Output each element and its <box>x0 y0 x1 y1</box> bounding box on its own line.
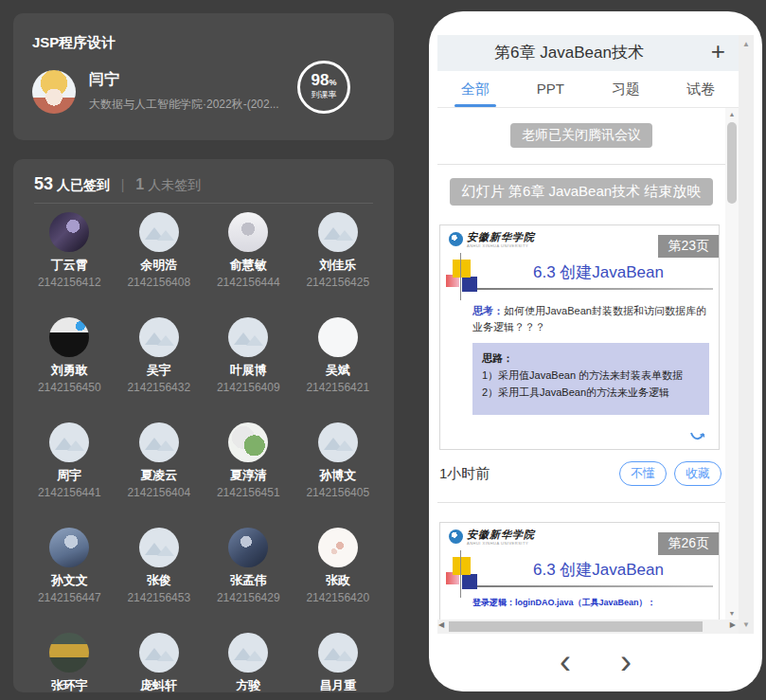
confused-button[interactable]: 不懂 <box>619 461 667 486</box>
student-id: 2142156421 <box>306 381 369 394</box>
slide-ornament <box>453 557 471 575</box>
idea-line: 1）采用值JavaBean 的方法来封装表单数据 <box>482 367 700 384</box>
student-name: 刘佳乐 <box>319 257 356 274</box>
student-id: 2142156451 <box>217 486 280 499</box>
plus-icon[interactable]: + <box>711 37 725 66</box>
class-info-card: JSP程序设计 闫宁 大数据与人工智能学院·2022秋-(202... 98% … <box>13 13 394 140</box>
university-name-en: ANHUI XINHUA UNIVERSITY <box>467 243 535 248</box>
student-id: 2142156447 <box>38 591 101 604</box>
divider <box>437 164 725 165</box>
university-name: 安徽新华学院 <box>467 232 535 243</box>
student-cell: 吴斌2142156421 <box>294 317 383 396</box>
divider <box>437 502 725 503</box>
student-avatar <box>49 212 89 252</box>
student-avatar <box>228 633 268 673</box>
tab-ppt[interactable]: PPT <box>513 71 589 107</box>
swoosh-icon <box>690 431 705 441</box>
student-grid: 丁云霄2142156412 余明浩2142156408 俞慧敏214215644… <box>25 212 383 692</box>
signed-count: 53 <box>34 174 53 193</box>
tab-all[interactable]: 全部 <box>437 71 513 107</box>
phone-frame: 第6章 JavaBean技术 + 全部 PPT 习题 试卷 老师已关闭腾讯会议 … <box>429 11 762 691</box>
slide-title: 6.3 创建JavaBean <box>488 261 709 283</box>
student-avatar <box>49 528 89 567</box>
student-avatar <box>228 212 268 252</box>
phone-nav-footer: ‹ › <box>429 640 762 684</box>
tab-exams[interactable]: 试卷 <box>664 71 739 107</box>
student-avatar <box>228 528 268 567</box>
horizontal-scrollbar[interactable]: ◀ ▶ <box>437 619 739 634</box>
student-cell: 余明浩2142156408 <box>115 212 205 291</box>
student-avatar <box>228 422 268 462</box>
student-cell: 刘佳乐2142156425 <box>294 212 383 291</box>
student-cell: 叶展博2142156409 <box>204 317 294 396</box>
student-id: 2142156408 <box>127 276 190 289</box>
scroll-left-icon[interactable]: ◀ <box>438 620 444 629</box>
student-name: 昌月重 <box>319 677 356 692</box>
roster-card: 53 人已签到 | 1 人未签到 丁云霄2142156412 余明浩214215… <box>13 159 394 692</box>
next-page-button[interactable]: › <box>620 645 632 679</box>
feed-item-meta: 1小时前 不懂 收藏 <box>439 461 721 486</box>
scroll-up-icon[interactable]: ▲ <box>739 40 754 48</box>
student-id: 2142156441 <box>38 486 101 499</box>
page-scrollbar[interactable]: ▲ ▼ <box>739 35 754 634</box>
student-avatar <box>318 212 358 252</box>
student-cell: 张环宇 <box>25 633 115 692</box>
feed-scrollbar[interactable]: ▲ ▼ <box>725 108 739 619</box>
university-logo-icon <box>449 529 463 544</box>
idea-box: 思路： 1）采用值JavaBean 的方法来封装表单数据 2）采用工具JavaB… <box>472 343 709 415</box>
timestamp: 1小时前 <box>439 465 490 483</box>
scroll-down-icon[interactable]: ▼ <box>725 610 739 617</box>
teacher-name: 闫宁 <box>89 70 119 90</box>
student-avatar <box>139 633 179 673</box>
student-avatar <box>318 422 358 462</box>
attendance-rate-value: 98 <box>312 71 330 89</box>
slide-card-page26[interactable]: 第26页 安徽新华学院 ANHUI XINHUA UNIVERSITY 6.3 … <box>439 522 720 619</box>
university-logo: 安徽新华学院 ANHUI XINHUA UNIVERSITY <box>449 529 535 546</box>
chapter-title: 第6章 JavaBean技术 <box>437 35 701 71</box>
student-avatar <box>318 528 358 567</box>
student-name: 叶展博 <box>230 362 267 379</box>
divider <box>34 203 373 204</box>
think-text: 如何使用JavaBean封装数据和访问数据库的业务逻辑？？？ <box>472 305 706 332</box>
student-avatar <box>49 422 89 462</box>
student-id: 2142156404 <box>127 486 190 499</box>
think-label: 思考： <box>472 305 504 316</box>
scroll-down-icon[interactable]: ▼ <box>739 620 754 629</box>
page-number-badge: 第23页 <box>658 235 719 258</box>
slide-ornament <box>462 574 477 589</box>
favorite-button[interactable]: 收藏 <box>674 461 721 486</box>
student-name: 俞慧敏 <box>230 257 267 274</box>
scroll-right-icon[interactable]: ▶ <box>730 620 736 629</box>
student-name: 张政 <box>326 572 350 589</box>
student-name: 周宇 <box>57 467 81 484</box>
divider <box>467 288 713 290</box>
separator: | <box>121 177 125 192</box>
tab-exercises[interactable]: 习题 <box>588 71 664 107</box>
student-cell: 孙博文2142156405 <box>294 422 383 501</box>
student-name: 吴斌 <box>326 362 350 379</box>
student-cell: 夏淳清2142156451 <box>204 422 294 501</box>
slide-card-page23[interactable]: 第23页 安徽新华学院 ANHUI XINHUA UNIVERSITY 6.3 … <box>439 224 720 450</box>
course-title: JSP程序设计 <box>32 34 116 52</box>
chapter-header: 第6章 JavaBean技术 + <box>437 35 739 71</box>
student-cell: 庞蚪轩 <box>115 633 205 692</box>
attendance-rate-ring: 98% 到课率 <box>297 61 350 114</box>
unsigned-label: 人未签到 <box>148 177 201 192</box>
student-avatar <box>318 317 358 357</box>
unsigned-count: 1 <box>135 176 144 192</box>
student-cell: 刘勇敢2142156450 <box>25 317 115 396</box>
student-avatar <box>139 422 179 462</box>
scrollbar-thumb[interactable] <box>449 621 703 632</box>
slideshow-ended-notice: 幻灯片 第6章 JavaBean技术 结束放映 <box>450 178 714 206</box>
student-avatar <box>139 212 179 252</box>
scroll-up-icon[interactable]: ▲ <box>725 111 739 117</box>
student-cell: 方骏 <box>204 633 294 692</box>
student-name: 夏凌云 <box>140 467 177 484</box>
prev-page-button[interactable]: ‹ <box>560 645 571 679</box>
student-name: 张孟伟 <box>230 572 267 589</box>
percent-sign: % <box>329 78 336 87</box>
scrollbar-thumb[interactable] <box>727 122 737 204</box>
app-root: JSP程序设计 闫宁 大数据与人工智能学院·2022秋-(202... 98% … <box>0 0 766 700</box>
university-logo-icon <box>449 232 463 246</box>
student-avatar <box>318 633 358 673</box>
